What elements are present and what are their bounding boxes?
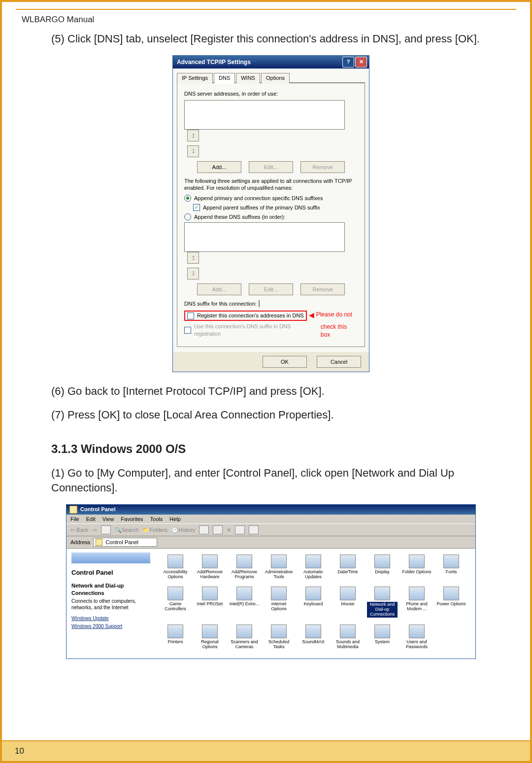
xp-titlebar[interactable]: Advanced TCP/IP Settings ? ✕: [173, 56, 369, 69]
cp-item-label: Administrative Tools: [264, 570, 294, 580]
move-down-button[interactable]: ↧: [187, 145, 199, 157]
cp-item[interactable]: System: [367, 624, 398, 650]
cp-item[interactable]: Accessibility Options: [160, 555, 191, 580]
cp-item-icon: [271, 555, 287, 568]
toolbar-icon-1[interactable]: [199, 525, 209, 534]
tab-ip-settings[interactable]: IP Settings: [177, 73, 213, 83]
cp-item[interactable]: Intel PROSet: [195, 587, 225, 618]
cp-item[interactable]: Automatic Updates: [298, 555, 329, 580]
cp-item[interactable]: Administrative Tools: [264, 555, 294, 580]
menu-tools[interactable]: Tools: [150, 516, 163, 523]
cp-titlebar[interactable]: Control Panel: [66, 505, 475, 515]
toolbar-icon-3[interactable]: [235, 525, 245, 534]
cp-item-icon: [236, 555, 252, 568]
address-input[interactable]: Control Panel: [93, 538, 157, 547]
radio-append-these[interactable]: Append these DNS suffixes (in order):: [184, 213, 358, 221]
cp-item-label: Intel PROSet: [195, 602, 225, 607]
cancel-button[interactable]: Cancel: [317, 356, 361, 368]
cp-item-icon: [340, 624, 356, 638]
step-7: (7) Press [OK] to close [Local Area Conn…: [51, 408, 491, 422]
dialog-buttons: OK Cancel: [173, 352, 369, 372]
cp-item-icon: [202, 587, 218, 600]
folders-button[interactable]: 📁Folders: [142, 526, 167, 534]
ok-button[interactable]: OK: [263, 356, 307, 368]
cp-item[interactable]: Fonts: [436, 555, 466, 580]
toolbar-delete-icon[interactable]: ✕: [227, 526, 231, 534]
register-dns-highlight: Register this connection's addresses in …: [184, 311, 307, 321]
search-button[interactable]: 🔍Search: [115, 526, 139, 534]
cp-item-label: Power Options: [436, 602, 466, 607]
checkbox-icon: ✓: [193, 204, 200, 211]
dns-suffix-list[interactable]: [184, 222, 345, 252]
check-register-dns[interactable]: Register this connection's addresses in …: [187, 312, 304, 319]
cp-item[interactable]: Intel(R) Extre...: [229, 587, 260, 618]
cp-item-icon: [409, 624, 425, 638]
cp-item[interactable]: Scanners and Cameras: [229, 624, 260, 650]
forward-button[interactable]: ⇨: [93, 526, 97, 534]
radio1-label: Append primary and connection specific D…: [194, 195, 323, 202]
cp-item[interactable]: Phone and Modem ...: [401, 587, 432, 618]
cp-item-icon: [236, 624, 252, 638]
close-button[interactable]: ✕: [355, 57, 367, 68]
edit-button-1[interactable]: Edit...: [249, 161, 293, 173]
cp-item[interactable]: Scheduled Tasks: [264, 624, 294, 650]
radio-append-primary[interactable]: Append primary and connection specific D…: [184, 195, 358, 202]
toolbar-icon-2[interactable]: [213, 525, 223, 534]
cp-item[interactable]: Date/Time: [332, 555, 363, 580]
edit-button-2[interactable]: Edit...: [249, 283, 293, 295]
remove-button-1[interactable]: Remove: [300, 161, 345, 173]
tab-options[interactable]: Options: [261, 73, 290, 83]
cp-item[interactable]: SoundMAX: [298, 624, 329, 650]
move-down-button-2[interactable]: ↧: [187, 268, 199, 279]
toolbar-views-icon[interactable]: [249, 525, 259, 534]
control-panel-window: Control Panel File Edit View Favorites T…: [66, 504, 476, 659]
move-up-button-2[interactable]: ↥: [187, 252, 199, 264]
check-append-parent[interactable]: ✓ Append parent suffixes of the primary …: [193, 204, 358, 211]
tab-wins[interactable]: WINS: [236, 73, 260, 83]
cp-item[interactable]: Mouse: [332, 587, 363, 618]
cp-item[interactable]: Sounds and Multimedia: [332, 624, 363, 650]
menu-favorites[interactable]: Favorites: [121, 516, 143, 523]
remove-button-2[interactable]: Remove: [300, 283, 345, 295]
link-win2000-support[interactable]: Windows 2000 Support: [71, 623, 150, 630]
cp-item[interactable]: Power Options: [436, 587, 466, 618]
cp-item-label: Intel(R) Extre...: [229, 602, 260, 607]
move-up-button[interactable]: ↥: [187, 130, 199, 141]
three-settings-text: The following three settings are applied…: [184, 178, 358, 192]
cp-item[interactable]: Network and Dial-up Connections: [367, 587, 398, 618]
add-button-1[interactable]: Add...: [197, 161, 241, 173]
back-button[interactable]: ⇦ Back: [70, 526, 89, 534]
cp-item[interactable]: Game Controllers: [160, 587, 191, 618]
radio2-label: Append these DNS suffixes (in order):: [194, 213, 285, 221]
cp-item-label: Mouse: [332, 602, 363, 607]
menu-view[interactable]: View: [102, 516, 114, 523]
up-icon[interactable]: [101, 525, 111, 534]
cp-item[interactable]: Folder Options: [401, 555, 432, 580]
menu-help[interactable]: Help: [169, 516, 181, 523]
suffix-input[interactable]: [259, 300, 260, 307]
tab-dns[interactable]: DNS: [214, 73, 235, 83]
cp-item[interactable]: Add/Remove Programs: [229, 555, 260, 580]
step-5: (5) Click [DNS] tab, unselect [Register …: [51, 32, 491, 46]
link-windows-update[interactable]: Windows Update: [71, 615, 150, 622]
cp-item[interactable]: Keyboard: [298, 587, 329, 618]
check-use-suffix[interactable]: Use this connection's DNS suffix in DNS …: [184, 323, 318, 338]
dns-address-list[interactable]: [184, 100, 345, 130]
cp-item[interactable]: Display: [367, 555, 398, 580]
cp-icon-grid: Accessibility OptionsAdd/Remove Hardware…: [155, 549, 475, 658]
cp-item-label: Game Controllers: [160, 602, 191, 612]
cp-item[interactable]: Users and Passwords: [401, 624, 432, 650]
cp-item-icon: [271, 624, 287, 638]
cp-side-pane: Control Panel Network and Dial-up Connec…: [66, 549, 155, 658]
cp-item[interactable]: Regional Options: [195, 624, 225, 650]
add-button-2[interactable]: Add...: [197, 283, 241, 295]
cp-item[interactable]: Printers: [160, 624, 191, 650]
menu-edit[interactable]: Edit: [86, 516, 96, 523]
help-button[interactable]: ?: [342, 57, 354, 68]
menu-file[interactable]: File: [70, 516, 79, 523]
cp-side-title: Control Panel: [71, 568, 150, 577]
cp-item-icon: [374, 587, 390, 600]
cp-item[interactable]: Add/Remove Hardware: [195, 555, 225, 580]
cp-item[interactable]: Internet Options: [264, 587, 294, 618]
history-button[interactable]: 🕑History: [171, 526, 195, 534]
